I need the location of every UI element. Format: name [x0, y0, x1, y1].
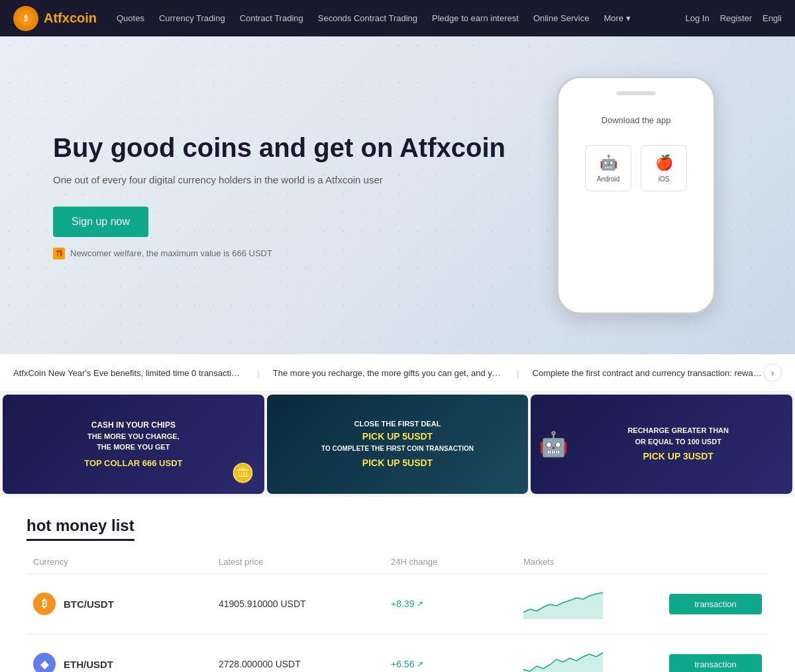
ios-label: iOS — [659, 175, 670, 183]
android-download-button[interactable]: 🤖 Android — [585, 145, 631, 191]
th-action — [669, 557, 762, 567]
language-selector[interactable]: Engli — [763, 13, 782, 23]
hero-section: Buy good coins and get on Atfxcoin One o… — [0, 36, 795, 354]
phone-store-buttons: 🤖 Android 🍎 iOS — [585, 145, 687, 191]
hero-subtitle: One out of every four digital currency h… — [53, 174, 530, 185]
eth-name: ETH/USDT — [64, 659, 113, 670]
banner-3-robot: 🤖 — [539, 426, 568, 462]
btc-currency-cell: ₿ BTC/USDT — [33, 593, 219, 615]
nav-currency-trading[interactable]: Currency Trading — [159, 13, 225, 23]
btc-price: 41905.910000 USDT — [219, 599, 391, 609]
banner-2-highlight1: PICK UP 5USDT — [321, 430, 474, 444]
promo-item-3: Complete the first contract and currency… — [533, 368, 763, 378]
th-price: Latest price — [219, 557, 391, 567]
btc-arrow-up: ↗ — [417, 599, 423, 608]
navbar: ₿ Atfxcoin Quotes Currency Trading Contr… — [0, 0, 795, 36]
promo-item-1: AtfxCoin New Year's Eve benefits, limite… — [13, 368, 244, 378]
banner-1-text: CASH IN YOUR CHIPS THE MORE YOU CHARGE, … — [78, 412, 189, 477]
newcomer-notice: 🎁 Newcomer welfare, the maximum value is… — [53, 248, 530, 260]
register-button[interactable]: Register — [720, 13, 752, 23]
banner-3-line1: RECHARGE GREATER THAN — [627, 425, 729, 436]
banner-1-line3: THE MORE YOU GET — [84, 442, 182, 453]
banner-1: CASH IN YOUR CHIPS THE MORE YOU CHARGE, … — [3, 395, 264, 494]
android-label: Android — [597, 175, 619, 183]
table-row: ◆ ETH/USDT 2728.000000 USDT +6.56 ↗ tran… — [26, 634, 768, 672]
th-markets: Markets — [523, 557, 669, 567]
gift-icon: 🎁 — [53, 248, 65, 260]
eth-icon: ◆ — [33, 653, 56, 672]
section-title: hot money list — [26, 516, 134, 541]
promo-strip: AtfxCoin New Year's Eve benefits, limite… — [0, 354, 795, 392]
th-currency: Currency — [33, 557, 219, 567]
banner-1-coins: 🪙 — [231, 462, 254, 484]
nav-seconds-contract[interactable]: Seconds Contract Trading — [318, 13, 417, 23]
newcomer-text: Newcomer welfare, the maximum value is 6… — [70, 248, 272, 258]
nav-more[interactable]: More ▾ — [604, 13, 630, 23]
phone-notch — [616, 91, 656, 95]
android-icon: 🤖 — [600, 154, 617, 171]
banner-1-highlight: TOP COLLAR 666 USDT — [84, 457, 182, 470]
promo-item-2: The more you recharge, the more gifts yo… — [273, 368, 504, 378]
banner-1-line1: CASH IN YOUR CHIPS — [84, 419, 182, 431]
banner-2-line2: TO COMPLETE THE FIRST COIN TRANSACTION — [321, 444, 474, 454]
hot-list-section: hot money list Currency Latest price 24H… — [0, 497, 795, 672]
nav-pledge[interactable]: Pledge to earn interest — [432, 13, 519, 23]
signup-now-button[interactable]: Sign up now — [53, 207, 148, 237]
nav-right: Log In Register Engli — [686, 13, 782, 23]
btc-icon: ₿ — [33, 593, 56, 615]
eth-change-value: +6.56 — [391, 659, 414, 669]
hero-title: Buy good coins and get on Atfxcoin — [53, 132, 530, 164]
eth-transaction-button[interactable]: transaction — [669, 654, 762, 673]
eth-change: +6.56 ↗ — [391, 659, 523, 669]
ios-download-button[interactable]: 🍎 iOS — [641, 145, 687, 191]
nav-links: Quotes Currency Trading Contract Trading… — [117, 13, 686, 23]
th-change: 24H change — [391, 557, 523, 567]
btc-change-value: +8.39 — [391, 599, 414, 609]
eth-currency-cell: ◆ ETH/USDT — [33, 653, 219, 672]
btc-transaction-button[interactable]: transaction — [669, 594, 762, 614]
hero-content: Buy good coins and get on Atfxcoin One o… — [53, 132, 530, 260]
phone-download-text: Download the app — [602, 115, 671, 125]
banner-1-line2: THE MORE YOU CHARGE, — [84, 431, 182, 442]
table-header: Currency Latest price 24H change Markets — [26, 557, 768, 574]
banner-2-highlight2: PICK UP 5USDT — [321, 456, 474, 470]
banner-3-content: RECHARGE GREATER THAN OR EQUAL TO 100 US… — [627, 425, 729, 463]
eth-chart — [523, 646, 669, 672]
btc-change: +8.39 ↗ — [391, 599, 523, 609]
logo-text: Atfxcoin — [44, 11, 97, 26]
eth-price: 2728.000000 USDT — [219, 659, 391, 669]
hero-phone-area: Download the app 🤖 Android 🍎 iOS — [530, 76, 742, 314]
apple-icon: 🍎 — [655, 154, 673, 171]
banner-3-text: 🤖 RECHARGE GREATER THAN OR EQUAL TO 100 … — [588, 418, 735, 470]
nav-quotes[interactable]: Quotes — [117, 13, 144, 23]
phone-mockup: Download the app 🤖 Android 🍎 iOS — [556, 76, 716, 314]
banner-3-highlight: PICK UP 3USDT — [627, 450, 729, 463]
logo-icon: ₿ — [13, 6, 38, 31]
banner-3-line2: OR EQUAL TO 100 USDT — [627, 436, 729, 448]
nav-contract-trading[interactable]: Contract Trading — [240, 13, 303, 23]
banner-2-text: CLOSE THE FIRST DEAL PICK UP 5USDT TO CO… — [315, 412, 480, 477]
promo-next-button[interactable]: › — [763, 363, 782, 382]
logo[interactable]: ₿ Atfxcoin — [13, 6, 97, 31]
banner-2: CLOSE THE FIRST DEAL PICK UP 5USDT TO CO… — [267, 395, 529, 494]
promo-separator-1: | — [257, 368, 259, 378]
btc-chart — [523, 586, 669, 622]
table-row: ₿ BTC/USDT 41905.910000 USDT +8.39 ↗ tra… — [26, 574, 768, 634]
btc-name: BTC/USDT — [64, 599, 114, 610]
eth-arrow-up: ↗ — [417, 659, 423, 669]
login-button[interactable]: Log In — [686, 13, 710, 23]
nav-online-service[interactable]: Online Service — [533, 13, 590, 23]
banner-2-line1: CLOSE THE FIRST DEAL — [321, 418, 474, 430]
promo-separator-2: | — [517, 368, 519, 378]
banner-3: 🤖 RECHARGE GREATER THAN OR EQUAL TO 100 … — [531, 395, 792, 494]
svg-text:₿: ₿ — [24, 15, 28, 23]
promo-banners: CASH IN YOUR CHIPS THE MORE YOU CHARGE, … — [0, 392, 795, 497]
